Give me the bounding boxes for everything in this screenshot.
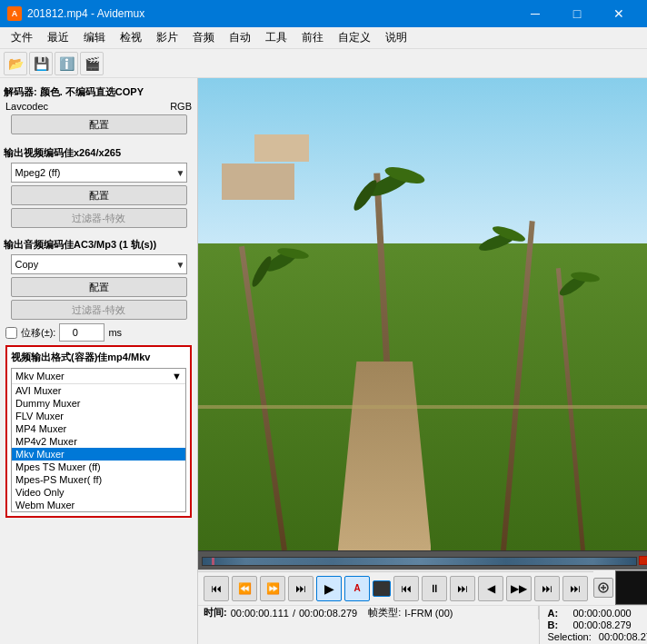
minimize-button[interactable]: ─ [514, 0, 556, 27]
option-mkv-muxer[interactable]: Mkv Muxer [12, 448, 185, 461]
menu-item-影片[interactable]: 影片 [149, 28, 185, 47]
title-bar-left: A 201812.mp4 - Avidemux [7, 6, 144, 21]
toolbar-open-button[interactable]: 📂 [4, 52, 27, 75]
toolbar: 📂 💾 ℹ️ 🎬 [0, 49, 647, 78]
ctrl-b-button[interactable] [373, 580, 391, 597]
controls-container: ⏮ ⏪ ⏩ ⏭ ▶ A ⏮ ⏸ ⏭ ◀ ▶▶ ⏭ ⏭ [198, 570, 647, 644]
window-title: 201812.mp4 - Avidemux [27, 7, 144, 20]
time-status: 时间: 00:00:00.111 / 00:00:08.279 帧类型: I-F… [198, 606, 539, 619]
a-time: 00:00:00.000 [572, 608, 631, 619]
ctrl-step-forward-button[interactable]: ▶▶ [506, 576, 532, 601]
status-area: 时间: 00:00:00.111 / 00:00:08.279 帧类型: I-F… [198, 605, 647, 644]
menu-item-音频[interactable]: 音频 [185, 28, 222, 47]
ctrl-skip-button[interactable]: ⏭ [534, 576, 560, 601]
building-bg [222, 163, 294, 200]
nav-icon [597, 581, 610, 594]
config-button-1[interactable]: 配置 [11, 114, 187, 134]
close-button[interactable]: ✕ [598, 0, 640, 27]
audio-encoder-select-wrap: Copy ▼ [11, 254, 187, 274]
left-panel: 解码器: 颜色. 不编码直选COPY Lavcodec RGB 配置 输出视频编… [0, 78, 198, 644]
offset-checkbox[interactable] [5, 327, 17, 339]
frame-label: 帧类型: [368, 606, 401, 619]
menu-item-最近[interactable]: 最近 [40, 28, 76, 47]
menu-item-工具[interactable]: 工具 [258, 28, 294, 47]
menu-item-自定义[interactable]: 自定义 [331, 28, 378, 47]
menu-item-检视[interactable]: 检视 [113, 28, 149, 47]
title-bar: A 201812.mp4 - Avidemux ─ □ ✕ [0, 0, 647, 27]
container-dropdown[interactable]: Mkv Muxer ▼ AVI Muxer Dummy Muxer FLV Mu… [11, 368, 186, 512]
rgb-label: RGB [170, 101, 192, 112]
menu-item-文件[interactable]: 文件 [4, 28, 40, 47]
ctrl-go-start-button[interactable]: ⏮ [393, 576, 419, 601]
video-encoder-select[interactable]: Mpeg2 (ff) [11, 163, 187, 183]
offset-input[interactable] [59, 323, 105, 342]
a-row: A: 00:00:00.000 [547, 608, 647, 619]
codec-row: Lavcodec RGB [4, 101, 194, 112]
container-dropdown-arrow-icon: ▼ [172, 371, 182, 381]
ctrl-pause-button[interactable]: ⏸ [422, 576, 447, 601]
option-mp4v2-muxer[interactable]: MP4v2 Muxer [12, 435, 185, 448]
filter-button-1[interactable]: 过滤器-特效 [11, 208, 187, 228]
menu-item-自动[interactable]: 自动 [222, 28, 258, 47]
b-row: B: 00:00:08.279 [547, 619, 647, 630]
toolbar-save-button[interactable]: 💾 [29, 52, 53, 75]
menu-bar: 文件最近编辑检视影片音频自动工具前往自定义说明 [0, 27, 647, 49]
option-mp4-muxer[interactable]: MP4 Muxer [12, 422, 185, 435]
container-dropdown-header[interactable]: Mkv Muxer ▼ [12, 369, 185, 384]
ctrl-step-back-button[interactable]: ◀ [478, 576, 503, 601]
right-panel: ⏮ ⏪ ⏩ ⏭ ▶ A ⏮ ⏸ ⏭ ◀ ▶▶ ⏭ ⏭ [198, 78, 647, 644]
controls-area: ⏮ ⏪ ⏩ ⏭ ▶ A ⏮ ⏸ ⏭ ◀ ▶▶ ⏭ ⏭ [198, 571, 593, 604]
container-selected-value: Mkv Muxer [15, 371, 65, 381]
toolbar-info-button[interactable]: ℹ️ [55, 52, 78, 75]
container-label: 视频输出格式(容器)佳mp4/Mkv [11, 351, 186, 364]
ctrl-forward-fast-button[interactable]: ⏩ [260, 576, 285, 601]
config-button-3[interactable]: 配置 [11, 277, 187, 297]
nav-icon-button[interactable] [593, 578, 613, 598]
ctrl-prev-button[interactable]: ⏮ [204, 576, 229, 601]
selection-time: 00:00:08.279 [599, 631, 647, 642]
option-mpes-ts-muxer[interactable]: Mpes TS Muxer (ff) [12, 461, 185, 473]
container-section: 视频输出格式(容器)佳mp4/Mkv Mkv Muxer ▼ AVI Muxer… [5, 345, 192, 518]
right-controls [593, 570, 647, 605]
mini-thumbnail [615, 570, 647, 605]
audio-encoder-select[interactable]: Copy [11, 254, 187, 274]
lavcodec-label: Lavcodec [5, 101, 48, 112]
ctrl-go-end-button[interactable]: ⏭ [450, 576, 475, 601]
container-dropdown-options: AVI Muxer Dummy Muxer FLV Muxer MP4 Muxe… [12, 384, 185, 511]
option-dummy-muxer[interactable]: Dummy Muxer [12, 397, 185, 410]
selection-label: Selection: [547, 631, 591, 642]
building-2-bg [254, 134, 309, 162]
ab-status: A: 00:00:00.000 B: 00:00:08.279 Selectio… [539, 606, 647, 644]
audio-encoder-label: 输出音频编码佳AC3/Mp3 (1 轨(s)) [4, 238, 194, 252]
option-mpes-ps-muxer[interactable]: Mpes-PS Muxer( ff) [12, 473, 185, 486]
menu-item-前往[interactable]: 前往 [294, 28, 331, 47]
timeline-track[interactable] [202, 557, 637, 566]
video-encoder-label: 输出视频编码佳x264/x265 [4, 146, 194, 160]
timeline-selection [203, 558, 636, 565]
window-controls[interactable]: ─ □ ✕ [514, 0, 640, 27]
filter-button-2[interactable]: 过滤器-特效 [11, 300, 187, 320]
option-avi-muxer[interactable]: AVI Muxer [12, 384, 185, 397]
ctrl-a-button[interactable]: A [344, 576, 370, 601]
option-video-only[interactable]: Video Only [12, 486, 185, 499]
app-icon: A [7, 6, 22, 21]
offset-row: 位移(±): ms [5, 323, 192, 342]
menu-item-编辑[interactable]: 编辑 [76, 28, 113, 47]
time-separator: / [293, 608, 295, 619]
ctrl-play-button[interactable]: ▶ [316, 576, 342, 601]
total-time: 00:00:08.279 [299, 608, 357, 619]
ctrl-end-button[interactable]: ⏭ [562, 576, 588, 601]
toolbar-clip-button[interactable]: 🎬 [80, 52, 104, 75]
ctrl-back-fast-button[interactable]: ⏪ [232, 576, 257, 601]
fence [198, 405, 647, 409]
time-label: 时间: [204, 606, 227, 619]
menu-item-说明[interactable]: 说明 [378, 28, 414, 47]
timeline-scroll-indicator [639, 556, 647, 565]
option-flv-muxer[interactable]: FLV Muxer [12, 410, 185, 422]
maximize-button[interactable]: □ [556, 0, 598, 27]
config-button-2[interactable]: 配置 [11, 185, 187, 205]
b-label: B: [547, 619, 565, 630]
ctrl-next-button[interactable]: ⏭ [288, 576, 314, 601]
video-area [198, 78, 647, 550]
option-webm-muxer[interactable]: Webm Muxer [12, 499, 185, 511]
